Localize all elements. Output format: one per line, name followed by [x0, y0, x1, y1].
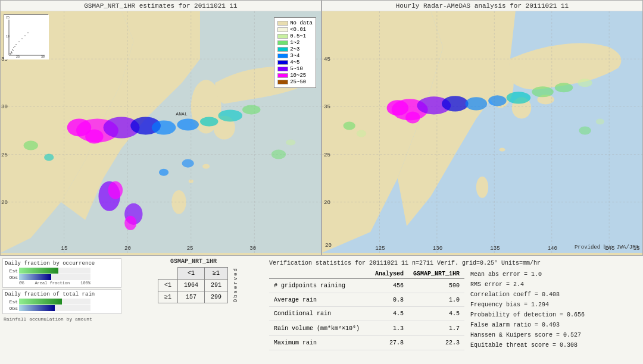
occurrence-chart: Daily fraction by occurrence Est Obs 0% … — [2, 258, 121, 288]
hanssen-kuipers: Hanssen & Kuipers score = 0.527 — [470, 330, 585, 340]
accumulation-label: Rainfall accumulation by amount — [2, 315, 121, 323]
prob-detection: Probability of detection = 0.656 — [470, 310, 585, 320]
svg-text:130: 130 — [433, 245, 442, 252]
legend-lt001: <0.01 — [290, 27, 306, 33]
svg-point-91 — [357, 130, 366, 137]
svg-point-58 — [24, 35, 26, 36]
svg-point-92 — [579, 126, 591, 134]
freq-bias: Frequency bias = 1.294 — [470, 300, 585, 310]
svg-point-93 — [596, 118, 604, 124]
svg-point-83 — [488, 95, 506, 106]
legend-no-data: No data — [290, 20, 313, 26]
table-row: # gridpoints raining456590 — [269, 279, 464, 293]
occurrence-title: Daily fraction by occurrence — [5, 261, 119, 266]
maps-row: GSMAP_NRT_1HR estimates for 20111021 11 — [0, 0, 643, 256]
svg-text:30: 30 — [1, 103, 8, 110]
verif-col1: Analysed — [370, 269, 408, 279]
svg-point-4 — [202, 164, 210, 169]
svg-point-51 — [12, 49, 13, 50]
legend-10-25: 10~25 — [290, 73, 306, 79]
v12: 291 — [205, 280, 228, 291]
contingency-title: GSMAP_NRT_1HR — [170, 258, 217, 265]
rms-error: RMS error = 2.4 — [470, 280, 585, 290]
axis-areal: Areal fraction — [35, 281, 70, 285]
row-ge1: ≥1 — [158, 291, 177, 303]
main-container: GSMAP_NRT_1HR estimates for 20111021 11 — [0, 0, 643, 364]
svg-text:20: 20 — [324, 199, 330, 206]
svg-point-48 — [13, 50, 14, 51]
est-bar-2 — [19, 299, 90, 305]
svg-point-25 — [108, 181, 123, 199]
verif-title: Verification statistics for 20111021 11 … — [269, 260, 637, 266]
v22: 299 — [205, 291, 228, 303]
table-row: Rain volume (mm*km²×10⁶)1.31.7 — [269, 321, 464, 336]
svg-point-56 — [18, 41, 20, 42]
right-map-panel: Hourly Radar-AMeDAS analysis for 2011102… — [322, 0, 643, 256]
legend-05-1: 0.5~1 — [290, 33, 306, 39]
svg-text:ANAL: ANAL — [176, 111, 188, 117]
svg-point-69 — [499, 148, 505, 152]
svg-text:20: 20 — [1, 199, 8, 206]
right-map-title: Hourly Radar-AMeDAS analysis for 2011102… — [322, 1, 642, 11]
est-bar-1 — [19, 268, 90, 274]
svg-text:25: 25 — [16, 55, 20, 59]
svg-point-88 — [387, 100, 409, 115]
axis-0-1: 0% — [19, 281, 24, 285]
svg-text:20: 20 — [124, 245, 131, 252]
svg-text:45: 45 — [324, 56, 330, 62]
right-map-content: 45 35 25 20 125 130 135 140 145 15 20 Pr… — [322, 11, 642, 253]
svg-point-68 — [476, 177, 488, 198]
svg-point-20 — [218, 109, 242, 121]
verif-main: Analysed GSMAP_NRT_1HR # gridpoints rain… — [269, 269, 637, 350]
svg-text:25: 25 — [1, 152, 8, 158]
svg-point-33 — [286, 140, 295, 146]
table-row: Average rain0.81.0 — [269, 293, 464, 307]
rain-fraction-chart: Daily fraction of total rain Est Obs — [2, 289, 121, 314]
legend-4-5: 4~5 — [290, 59, 299, 65]
svg-point-49 — [10, 54, 11, 55]
svg-point-27 — [124, 216, 136, 230]
false-alarm: False alarm ratio = 0.493 — [470, 320, 585, 330]
verif-stats: Mean abs error = 1.0 RMS error = 2.4 Cor… — [470, 269, 585, 350]
left-map-content: 15 20 25 30 20 25 30 35 ANAL — [1, 11, 321, 253]
svg-point-19 — [200, 117, 218, 126]
contingency-section: GSMAP_NRT_1HR <1 ≥1 <1 1964 — [125, 258, 262, 362]
correlation: Correlation coeff = 0.408 — [470, 290, 585, 300]
svg-text:135: 135 — [490, 245, 500, 252]
left-map-title: GSMAP_NRT_1HR estimates for 20111021 11 — [1, 1, 321, 11]
svg-text:25: 25 — [6, 16, 10, 20]
svg-point-54 — [15, 44, 17, 45]
rain-title: Daily fraction of total rain — [5, 291, 119, 297]
obs-label-1: Obs — [5, 275, 18, 280]
left-map-panel: GSMAP_NRT_1HR estimates for 20111021 11 — [0, 0, 322, 256]
svg-text:15: 15 — [61, 245, 68, 252]
svg-text:25: 25 — [324, 152, 330, 158]
svg-point-21 — [242, 105, 260, 114]
svg-point-57 — [21, 38, 23, 39]
svg-point-29 — [182, 159, 194, 168]
svg-point-23 — [85, 129, 103, 143]
svg-point-85 — [532, 86, 554, 97]
svg-point-31 — [44, 154, 54, 161]
legend-box: No data <0.01 0.5~1 1~2 2~3 3~4 4~5 5~10… — [274, 17, 316, 88]
col-ge1: ≥1 — [205, 268, 228, 280]
contingency-table: <1 ≥1 <1 1964 291 ≥1 157 299 — [158, 267, 228, 303]
v21: 157 — [177, 291, 204, 303]
obs-bar-1 — [19, 274, 90, 280]
obs-label-2: Obs — [5, 306, 18, 311]
svg-text:125: 125 — [375, 245, 385, 252]
obs-bar-2 — [19, 305, 90, 311]
svg-point-52 — [13, 47, 14, 48]
row-lt1: <1 — [158, 280, 177, 291]
legend-5-10: 5~10 — [290, 66, 303, 72]
svg-point-81 — [442, 96, 469, 111]
svg-point-53 — [14, 46, 15, 47]
svg-text:10: 10 — [6, 35, 10, 39]
svg-text:20: 20 — [325, 242, 332, 249]
inset-scatter-plot: 25 10 30 25 — [4, 14, 48, 59]
svg-point-28 — [159, 169, 168, 176]
svg-text:30: 30 — [249, 245, 256, 252]
table-row: Conditional rain4.54.5 — [269, 307, 464, 321]
svg-text:25: 25 — [187, 245, 193, 252]
svg-point-30 — [24, 141, 38, 150]
